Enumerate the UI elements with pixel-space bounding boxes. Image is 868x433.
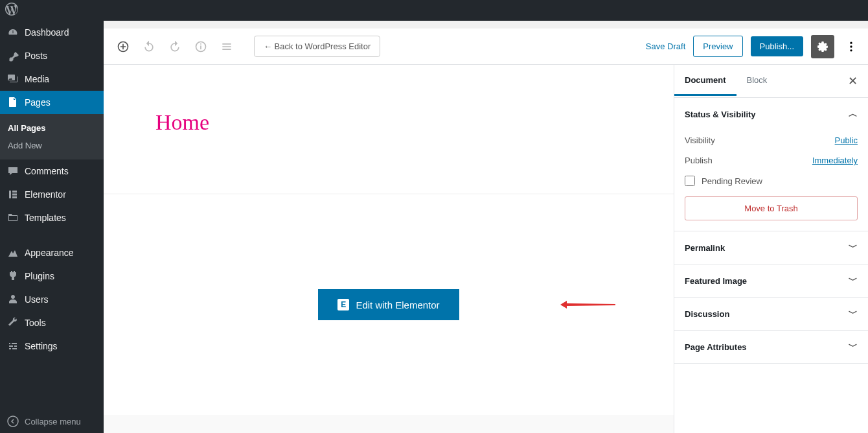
sidebar-item-dashboard[interactable]: Dashboard <box>0 21 104 44</box>
sidebar-item-plugins[interactable]: Plugins <box>0 264 104 288</box>
wordpress-logo-icon[interactable] <box>5 3 18 18</box>
svg-point-5 <box>850 45 852 47</box>
sidebar-item-settings[interactable]: Settings <box>0 334 104 358</box>
collapse-icon <box>6 415 19 428</box>
tools-icon <box>6 316 19 329</box>
panel-header-discussion[interactable]: Discussion ﹀ <box>674 298 868 330</box>
arrow-annotation-icon <box>560 300 615 309</box>
elementor-badge-icon: E <box>337 299 349 310</box>
chevron-up-icon: ︿ <box>849 108 858 120</box>
sidebar-item-pages[interactable]: Pages <box>0 91 104 114</box>
sidebar-item-comments[interactable]: Comments <box>0 159 104 183</box>
sidebar-sub-add-new[interactable]: Add New <box>0 137 104 154</box>
sidebar-sub-all-pages[interactable]: All Pages <box>0 119 104 137</box>
sidebar-item-posts[interactable]: Posts <box>0 44 104 67</box>
svg-rect-2 <box>200 45 201 49</box>
close-inspector-button[interactable]: ✕ <box>838 65 868 97</box>
chevron-down-icon: ﹀ <box>849 341 858 353</box>
sidebar-label: Plugins <box>25 271 54 281</box>
sidebar-item-media[interactable]: Media <box>0 67 104 91</box>
pending-review-label: Pending Review <box>702 176 762 186</box>
sidebar-label: Elementor <box>25 189 66 200</box>
title-block[interactable]: Home <box>104 65 674 193</box>
inspector-tabs: Document Block ✕ <box>674 65 868 98</box>
sidebar-label: Media <box>25 74 49 84</box>
sidebar-label: Comments <box>25 166 69 176</box>
sidebar-item-templates[interactable]: Templates <box>0 206 104 229</box>
sidebar-submenu: All Pages Add New <box>0 114 104 159</box>
pages-icon <box>6 96 19 109</box>
pending-review-checkbox[interactable]: Pending Review <box>685 170 858 196</box>
sidebar-label: Dashboard <box>25 27 69 38</box>
undo-button[interactable] <box>137 35 161 58</box>
publish-button[interactable]: Publish... <box>751 36 803 56</box>
visibility-label: Visibility <box>685 135 715 145</box>
sliders-icon <box>6 340 19 353</box>
visibility-value-link[interactable]: Public <box>835 135 858 145</box>
sidebar-item-elementor[interactable]: Elementor <box>0 183 104 206</box>
panel-title: Discussion <box>685 309 729 319</box>
collapse-menu[interactable]: Collapse menu <box>0 410 104 433</box>
sidebar-label: Tools <box>25 318 46 328</box>
editor-canvas: E Edit with Elementor <box>104 194 674 415</box>
tab-block[interactable]: Block <box>737 66 778 96</box>
publish-label: Publish <box>685 156 713 165</box>
sidebar-label: Settings <box>25 341 58 351</box>
sidebar-item-appearance[interactable]: Appearance <box>0 241 104 264</box>
panel-title: Featured Image <box>685 276 747 286</box>
chevron-down-icon: ﹀ <box>849 275 858 287</box>
sidebar-label: Posts <box>25 51 47 61</box>
pin-icon <box>6 49 19 62</box>
panel-header-attributes[interactable]: Page Attributes ﹀ <box>674 331 868 363</box>
panel-title: Status & Visibility <box>685 110 756 119</box>
panel-status-visibility: Status & Visibility ︿ Visibility Public … <box>674 98 868 231</box>
save-draft-button[interactable]: Save Draft <box>646 41 685 51</box>
page-title[interactable]: Home <box>155 110 622 135</box>
templates-icon <box>6 211 19 224</box>
sidebar-item-tools[interactable]: Tools <box>0 311 104 334</box>
panel-header-status[interactable]: Status & Visibility ︿ <box>674 98 868 130</box>
panel-title: Permalink <box>685 243 725 253</box>
admin-bar <box>0 0 868 21</box>
svg-point-6 <box>850 49 852 51</box>
pending-review-input[interactable] <box>685 176 695 186</box>
add-block-button[interactable] <box>111 35 135 58</box>
more-options-button[interactable] <box>842 35 860 58</box>
move-to-trash-button[interactable]: Move to Trash <box>685 196 858 220</box>
dashboard-icon <box>6 26 19 39</box>
svg-point-4 <box>850 41 852 43</box>
svg-point-0 <box>8 416 18 427</box>
info-button[interactable] <box>189 35 212 58</box>
editor-toolbar: ← Back to WordPress Editor Save Draft Pr… <box>104 29 868 65</box>
comments-icon <box>6 165 19 178</box>
panel-title: Page Attributes <box>685 342 747 352</box>
settings-toggle-button[interactable] <box>811 35 834 58</box>
users-icon <box>6 293 19 306</box>
redo-button[interactable] <box>163 35 187 58</box>
elementor-icon <box>6 188 19 201</box>
sidebar-item-users[interactable]: Users <box>0 288 104 311</box>
collapse-label: Collapse menu <box>25 417 81 427</box>
chevron-down-icon: ﹀ <box>849 308 858 320</box>
sidebar-label: Pages <box>25 97 51 108</box>
media-icon <box>6 73 19 86</box>
settings-inspector: Document Block ✕ Status & Visibility ︿ V… <box>674 65 868 433</box>
main-content: ← Back to WordPress Editor Save Draft Pr… <box>104 29 868 433</box>
svg-rect-3 <box>200 43 201 45</box>
publish-value-link[interactable]: Immediately <box>812 156 858 165</box>
admin-sidebar: Dashboard Posts Media Pages All Pages Ad… <box>0 21 104 433</box>
panel-discussion: Discussion ﹀ <box>674 298 868 331</box>
chevron-down-icon: ﹀ <box>849 242 858 253</box>
plugins-icon <box>6 270 19 283</box>
panel-permalink: Permalink ﹀ <box>674 231 868 264</box>
edit-with-elementor-button[interactable]: E Edit with Elementor <box>318 289 459 320</box>
panel-header-featured[interactable]: Featured Image ﹀ <box>674 264 868 297</box>
panel-header-permalink[interactable]: Permalink ﹀ <box>674 231 868 264</box>
panel-featured-image: Featured Image ﹀ <box>674 264 868 298</box>
back-to-wp-editor-button[interactable]: ← Back to WordPress Editor <box>254 36 380 57</box>
outline-button[interactable] <box>215 35 238 58</box>
preview-button[interactable]: Preview <box>693 36 742 57</box>
elementor-button-label: Edit with Elementor <box>356 299 439 310</box>
panel-page-attributes: Page Attributes ﹀ <box>674 331 868 364</box>
tab-document[interactable]: Document <box>674 66 737 96</box>
